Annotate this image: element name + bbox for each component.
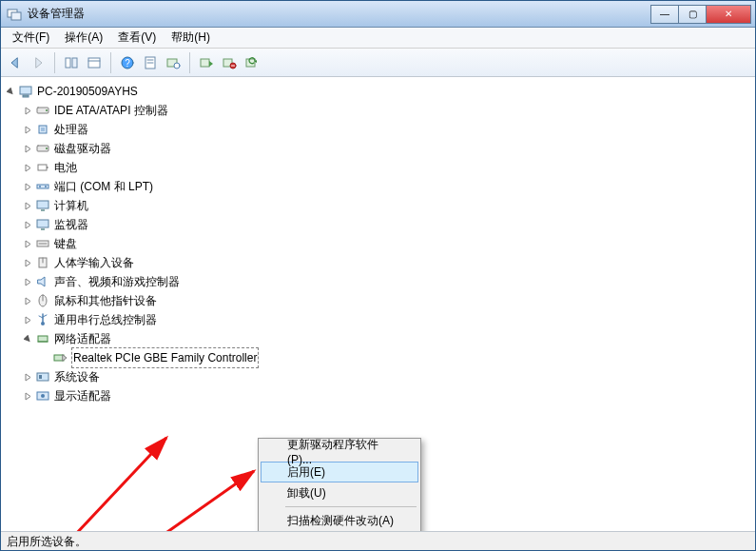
toolbar-separator bbox=[54, 52, 55, 73]
svg-rect-69 bbox=[37, 373, 48, 381]
context-menu: 更新驱动程序软件(P)... 启用(E) 卸载(U) 扫描检测硬件改动(A) 属… bbox=[258, 438, 421, 531]
expand-icon[interactable] bbox=[22, 295, 33, 306]
tree-category-node[interactable]: 电池 bbox=[22, 158, 755, 177]
tree-category-label: 端口 (COM 和 LPT) bbox=[54, 177, 153, 196]
tree-category-node[interactable]: IDE ATA/ATAPI 控制器 bbox=[22, 101, 755, 120]
svg-marker-55 bbox=[26, 298, 30, 305]
toolbar-enable-button[interactable] bbox=[196, 52, 217, 73]
expand-icon[interactable] bbox=[22, 162, 33, 173]
expand-icon[interactable] bbox=[22, 143, 33, 154]
category-icon bbox=[35, 369, 50, 384]
svg-marker-41 bbox=[26, 203, 30, 209]
collapse-icon[interactable] bbox=[5, 86, 16, 97]
tree-category-node[interactable]: 系统设备 bbox=[22, 367, 755, 386]
svg-rect-43 bbox=[41, 209, 45, 211]
svg-rect-23 bbox=[20, 87, 31, 94]
menu-bar: 文件(F) 操作(A) 查看(V) 帮助(H) bbox=[1, 28, 755, 49]
tree-category-node[interactable]: 人体学输入设备 bbox=[22, 253, 755, 272]
svg-line-76 bbox=[71, 471, 254, 531]
context-menu-uninstall[interactable]: 卸载(U) bbox=[261, 482, 418, 503]
close-glyph: ✕ bbox=[725, 9, 732, 19]
context-menu-scan-label: 扫描检测硬件改动(A) bbox=[287, 513, 394, 529]
svg-text:?: ? bbox=[125, 58, 130, 69]
tree-category-label: 计算机 bbox=[54, 196, 88, 215]
toolbar-forward-button[interactable] bbox=[28, 52, 48, 73]
device-tree[interactable]: PC-20190509AYHS IDE ATA/ATAPI 控制器处理器磁盘驱动… bbox=[1, 78, 755, 405]
expand-icon[interactable] bbox=[22, 257, 33, 268]
tree-category-node[interactable]: 处理器 bbox=[22, 120, 755, 139]
expand-icon[interactable] bbox=[22, 181, 33, 192]
category-icon bbox=[35, 217, 50, 232]
tree-category-node[interactable]: 显示适配器 bbox=[22, 386, 755, 405]
expand-icon[interactable] bbox=[22, 314, 33, 325]
svg-rect-70 bbox=[39, 375, 42, 379]
expand-icon[interactable] bbox=[22, 105, 33, 116]
device-manager-window: 设备管理器 — ▢ ✕ 文件(F) 操作(A) 查看(V) 帮助(H) ? bbox=[0, 0, 756, 551]
toolbar-detail-button[interactable] bbox=[84, 52, 105, 73]
toolbar-uninstall-button[interactable] bbox=[219, 52, 240, 73]
toolbar-separator bbox=[110, 52, 111, 73]
tree-root-node[interactable]: PC-20190509AYHS bbox=[5, 82, 755, 101]
toolbar-properties-button[interactable] bbox=[140, 52, 161, 73]
tree-category-node[interactable]: 通用串行总线控制器 bbox=[22, 310, 755, 329]
computer-icon bbox=[18, 84, 33, 99]
expand-icon[interactable] bbox=[22, 200, 33, 211]
context-menu-update[interactable]: 更新驱动程序软件(P)... bbox=[261, 441, 418, 462]
svg-marker-31 bbox=[26, 146, 30, 152]
expand-icon[interactable] bbox=[22, 238, 33, 249]
tree-category-node[interactable]: 监视器 bbox=[22, 215, 755, 234]
tree-device-label: Realtek PCIe GBE Family Controller bbox=[71, 347, 259, 368]
category-icon bbox=[35, 160, 50, 175]
svg-point-40 bbox=[45, 186, 47, 187]
svg-marker-44 bbox=[26, 222, 30, 228]
expand-icon[interactable] bbox=[22, 276, 33, 287]
tree-category-node[interactable]: 鼠标和其他指针设备 bbox=[22, 291, 755, 310]
svg-rect-42 bbox=[37, 201, 48, 208]
tree-root-label: PC-20190509AYHS bbox=[37, 82, 138, 101]
tree-category-node[interactable]: 键盘 bbox=[22, 234, 755, 253]
context-menu-enable-label: 启用(E) bbox=[287, 464, 325, 481]
toolbar-scan-button[interactable] bbox=[163, 52, 184, 73]
svg-rect-35 bbox=[38, 165, 47, 170]
svg-point-39 bbox=[39, 186, 41, 187]
minimize-button[interactable]: — bbox=[650, 5, 679, 24]
menu-view[interactable]: 查看(V) bbox=[110, 28, 164, 48]
svg-marker-68 bbox=[26, 374, 30, 381]
expand-icon[interactable] bbox=[22, 390, 33, 402]
tree-category-label: 处理器 bbox=[54, 120, 88, 139]
svg-rect-24 bbox=[23, 95, 29, 97]
context-menu-separator bbox=[285, 506, 417, 507]
toolbar-update-button[interactable] bbox=[242, 52, 262, 73]
maximize-button[interactable]: ▢ bbox=[678, 5, 707, 24]
tree-category-node[interactable]: 磁盘驱动器 bbox=[22, 139, 755, 158]
close-button[interactable]: ✕ bbox=[706, 5, 751, 24]
app-icon bbox=[7, 7, 22, 22]
menu-action[interactable]: 操作(A) bbox=[57, 28, 110, 48]
svg-marker-2 bbox=[11, 58, 17, 68]
category-icon bbox=[35, 312, 50, 327]
toolbar-help-button[interactable]: ? bbox=[117, 52, 138, 73]
svg-point-33 bbox=[46, 148, 48, 149]
spacer bbox=[39, 352, 50, 364]
expand-icon[interactable] bbox=[22, 371, 33, 383]
tree-category-label: 鼠标和其他指针设备 bbox=[54, 291, 157, 310]
expand-icon[interactable] bbox=[22, 124, 33, 135]
expand-icon[interactable] bbox=[22, 219, 33, 230]
status-bar: 启用所选设备。 bbox=[1, 531, 755, 550]
menu-help[interactable]: 帮助(H) bbox=[164, 28, 218, 48]
collapse-icon[interactable] bbox=[22, 333, 33, 344]
toolbar-show-hide-button[interactable] bbox=[61, 52, 82, 73]
svg-rect-38 bbox=[37, 185, 48, 188]
tree-device-node[interactable]: Realtek PCIe GBE Family Controller bbox=[39, 348, 755, 367]
tree-category-node[interactable]: 声音、视频和游戏控制器 bbox=[22, 272, 755, 291]
menu-file[interactable]: 文件(F) bbox=[5, 28, 57, 48]
tree-category-node[interactable]: 计算机 bbox=[22, 196, 755, 215]
toolbar-back-button[interactable] bbox=[5, 52, 26, 73]
svg-marker-67 bbox=[63, 355, 67, 361]
toolbar-separator bbox=[189, 52, 190, 73]
svg-line-75 bbox=[14, 438, 166, 531]
tree-category-node[interactable]: 端口 (COM 和 LPT) bbox=[22, 177, 755, 196]
tree-category-node[interactable]: 网络适配器 bbox=[22, 329, 755, 348]
context-menu-scan[interactable]: 扫描检测硬件改动(A) bbox=[261, 510, 418, 531]
svg-marker-58 bbox=[26, 317, 30, 324]
